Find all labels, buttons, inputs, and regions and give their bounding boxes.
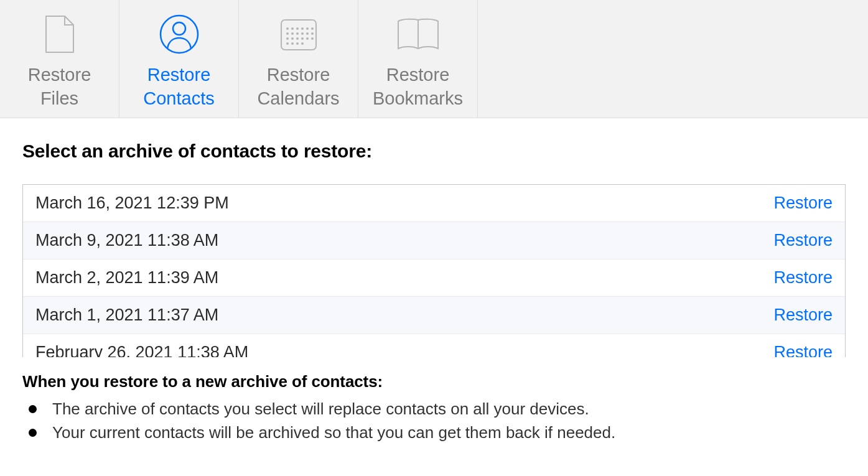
info-bullet: The archive of contacts you select will … bbox=[22, 398, 846, 421]
tab-restore-calendars[interactable]: Restore Calendars bbox=[239, 0, 358, 118]
svg-point-21 bbox=[286, 42, 289, 45]
info-bullet: Your current contacts will be archived s… bbox=[22, 421, 846, 445]
archive-timestamp: February 26, 2021 11:38 AM bbox=[35, 343, 248, 357]
svg-point-4 bbox=[291, 27, 294, 30]
archive-timestamp: March 9, 2021 11:38 AM bbox=[35, 231, 218, 250]
svg-point-13 bbox=[306, 32, 309, 35]
svg-point-9 bbox=[286, 32, 289, 35]
archive-list: March 16, 2021 12:39 PM Restore March 9,… bbox=[22, 184, 846, 357]
tab-label: Restore Calendars bbox=[257, 63, 339, 110]
svg-point-11 bbox=[296, 32, 299, 35]
tab-label: Restore Contacts bbox=[143, 63, 214, 110]
restore-button[interactable]: Restore bbox=[773, 194, 833, 213]
info-heading: When you restore to a new archive of con… bbox=[22, 372, 846, 391]
restore-button[interactable]: Restore bbox=[773, 306, 833, 325]
svg-rect-2 bbox=[281, 20, 316, 50]
svg-point-18 bbox=[301, 37, 304, 40]
tab-label: Restore Bookmarks bbox=[373, 63, 463, 110]
archive-timestamp: March 16, 2021 12:39 PM bbox=[35, 194, 229, 213]
archive-timestamp: March 2, 2021 11:39 AM bbox=[35, 268, 218, 287]
contact-icon bbox=[159, 12, 199, 56]
svg-point-22 bbox=[291, 42, 294, 45]
main-content: Select an archive of contacts to restore… bbox=[0, 118, 868, 444]
archive-timestamp: March 1, 2021 11:37 AM bbox=[35, 306, 218, 325]
svg-point-17 bbox=[296, 37, 299, 40]
info-section: When you restore to a new archive of con… bbox=[22, 357, 846, 444]
tab-restore-files[interactable]: Restore Files bbox=[0, 0, 119, 118]
svg-point-23 bbox=[296, 42, 299, 45]
archive-row: February 26, 2021 11:38 AM Restore bbox=[23, 334, 845, 357]
svg-point-19 bbox=[306, 37, 309, 40]
svg-point-1 bbox=[173, 22, 185, 35]
tab-bar: Restore Files Restore Contacts R bbox=[0, 0, 868, 118]
svg-point-16 bbox=[291, 37, 294, 40]
svg-point-12 bbox=[301, 32, 304, 35]
archive-row: March 1, 2021 11:37 AM Restore bbox=[23, 297, 845, 334]
archive-row: March 16, 2021 12:39 PM Restore bbox=[23, 185, 845, 222]
svg-point-20 bbox=[311, 37, 314, 40]
archive-row: March 2, 2021 11:39 AM Restore bbox=[23, 259, 845, 297]
restore-button[interactable]: Restore bbox=[773, 343, 833, 357]
info-bullet-list: The archive of contacts you select will … bbox=[22, 398, 846, 444]
restore-button[interactable]: Restore bbox=[773, 231, 833, 250]
tab-restore-contacts[interactable]: Restore Contacts bbox=[119, 0, 239, 118]
svg-point-24 bbox=[301, 42, 304, 45]
svg-point-14 bbox=[311, 32, 314, 35]
archive-row: March 9, 2021 11:38 AM Restore bbox=[23, 222, 845, 259]
tab-label: Restore Files bbox=[28, 63, 91, 110]
page-heading: Select an archive of contacts to restore… bbox=[22, 141, 846, 162]
svg-point-10 bbox=[291, 32, 294, 35]
file-icon bbox=[44, 12, 76, 56]
restore-button[interactable]: Restore bbox=[773, 268, 833, 287]
svg-point-7 bbox=[306, 27, 309, 30]
svg-point-6 bbox=[301, 27, 304, 30]
svg-point-5 bbox=[296, 27, 299, 30]
svg-point-3 bbox=[286, 27, 289, 30]
bookmark-icon bbox=[394, 12, 442, 56]
svg-point-15 bbox=[286, 37, 289, 40]
svg-point-8 bbox=[311, 27, 314, 30]
calendar-icon bbox=[279, 12, 319, 56]
tab-restore-bookmarks[interactable]: Restore Bookmarks bbox=[358, 0, 478, 118]
